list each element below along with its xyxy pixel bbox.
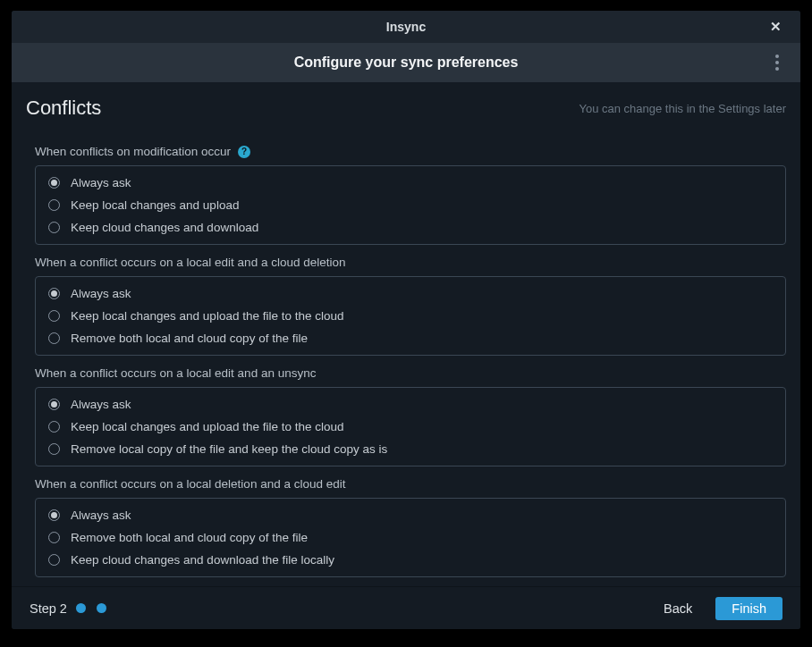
more-menu-button[interactable] — [765, 43, 790, 82]
radio-option[interactable]: Always ask — [36, 282, 785, 305]
help-icon[interactable]: ? — [238, 146, 250, 158]
section-title: Conflicts — [26, 97, 101, 120]
radio-label: Keep cloud changes and download — [71, 221, 258, 234]
radio-label: Always ask — [71, 176, 131, 189]
radio-option[interactable]: Always ask — [36, 172, 785, 194]
radio-icon — [48, 222, 60, 233]
window-title: Insync — [386, 20, 426, 34]
back-button[interactable]: Back — [656, 598, 699, 619]
radio-icon — [48, 421, 60, 433]
content-scroll[interactable]: When conflicts on modification occur ? A… — [12, 129, 800, 586]
radio-icon — [48, 399, 60, 410]
step-dot-icon — [97, 603, 106, 613]
dot-icon — [775, 55, 779, 58]
radio-group-local-edit-cloud-delete: Always ask Keep local changes and upload… — [35, 276, 786, 356]
radio-label: Keep local changes and upload — [71, 198, 239, 212]
radio-label: Remove both local and cloud copy of the … — [71, 332, 308, 345]
radio-icon — [48, 532, 60, 543]
radio-label: Always ask — [71, 287, 131, 300]
step-label: Step 2 — [30, 601, 67, 616]
radio-icon — [48, 509, 60, 521]
group-label-local-edit-unsync: When a conflict occurs on a local edit a… — [35, 366, 786, 380]
group-label-modification: When conflicts on modification occur ? — [35, 145, 786, 158]
radio-icon — [48, 554, 60, 566]
finish-button[interactable]: Finish — [715, 597, 782, 620]
radio-icon — [48, 199, 60, 211]
group-label-local-delete-cloud-edit: When a conflict occurs on a local deleti… — [35, 477, 786, 491]
radio-group-local-edit-unsync: Always ask Keep local changes and upload… — [35, 387, 786, 466]
radio-label: Keep cloud changes and download the file… — [71, 553, 334, 567]
radio-icon — [48, 177, 60, 189]
radio-icon — [48, 310, 60, 322]
subheader: Configure your sync preferences — [12, 43, 800, 82]
dot-icon — [775, 67, 779, 71]
step-indicator — [76, 603, 106, 613]
radio-label: Keep local changes and upload the file t… — [71, 309, 343, 323]
radio-option[interactable]: Remove both local and cloud copy of the … — [36, 526, 785, 549]
radio-icon — [48, 443, 60, 455]
group-label-text: When a conflict occurs on a local deleti… — [35, 477, 345, 491]
radio-option[interactable]: Keep local changes and upload the file t… — [36, 305, 785, 327]
section-header: Conflicts You can change this in the Set… — [12, 82, 800, 129]
radio-label: Always ask — [71, 398, 131, 411]
titlebar: Insync ✕ — [12, 11, 800, 43]
radio-option[interactable]: Always ask — [36, 393, 785, 416]
section-hint: You can change this in the Settings late… — [579, 102, 786, 115]
group-label-text: When a conflict occurs on a local edit a… — [35, 366, 316, 380]
radio-group-local-delete-cloud-edit: Always ask Remove both local and cloud c… — [35, 498, 786, 577]
radio-label: Always ask — [71, 508, 131, 522]
radio-icon — [48, 288, 60, 299]
group-label-local-edit-cloud-delete: When a conflict occurs on a local edit a… — [35, 256, 786, 269]
radio-option[interactable]: Keep local changes and upload — [36, 194, 785, 216]
group-label-text: When a conflict occurs on a local edit a… — [35, 256, 345, 269]
radio-option[interactable]: Keep cloud changes and download the file… — [36, 549, 785, 571]
radio-option[interactable]: Remove both local and cloud copy of the … — [36, 327, 785, 349]
dot-icon — [775, 61, 779, 64]
radio-icon — [48, 332, 60, 344]
radio-option[interactable]: Remove local copy of the file and keep t… — [36, 438, 785, 460]
radio-group-modification: Always ask Keep local changes and upload… — [35, 165, 786, 245]
radio-label: Keep local changes and upload the file t… — [71, 420, 343, 433]
subheader-title: Configure your sync preferences — [294, 55, 519, 71]
app-window: Insync ✕ Configure your sync preferences… — [12, 11, 800, 629]
group-label-text: When conflicts on modification occur — [35, 145, 231, 158]
radio-option[interactable]: Keep local changes and upload the file t… — [36, 416, 785, 438]
wizard-footer: Step 2 Back Finish — [12, 586, 800, 629]
radio-option[interactable]: Always ask — [36, 504, 785, 526]
radio-label: Remove local copy of the file and keep t… — [71, 442, 387, 456]
radio-label: Remove both local and cloud copy of the … — [71, 531, 308, 544]
radio-option[interactable]: Keep cloud changes and download — [36, 216, 785, 239]
step-dot-icon — [76, 603, 86, 613]
close-icon: ✕ — [770, 19, 782, 35]
close-button[interactable]: ✕ — [759, 11, 791, 43]
